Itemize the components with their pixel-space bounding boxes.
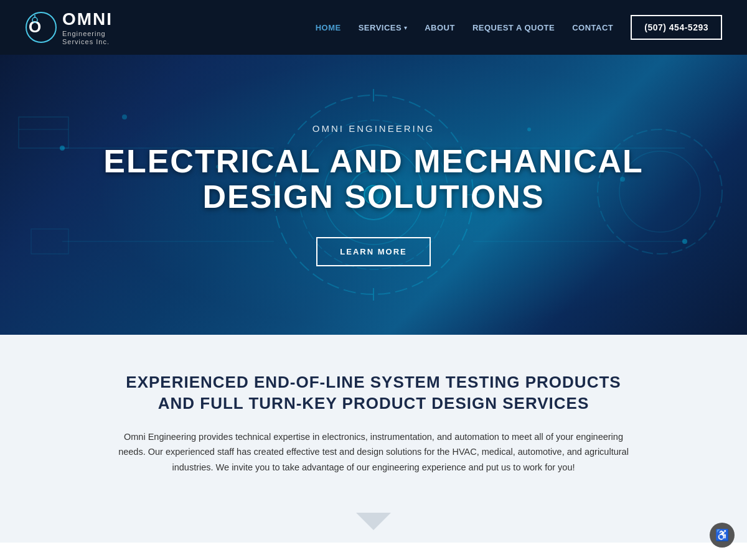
services-section: Test Solutions Our testing features simp…	[0, 543, 747, 560]
logo-icon: O	[25, 11, 57, 44]
hero-content: OMNI ENGINEERING ELECTRICAL AND MECHANIC…	[62, 123, 685, 266]
hero-subtitle: OMNI ENGINEERING	[62, 123, 685, 134]
svg-point-18	[122, 114, 127, 119]
logo[interactable]: O OMNI EngineeringServices Inc.	[25, 9, 113, 46]
down-arrow-icon	[356, 513, 391, 530]
intro-section: EXPERIENCED END-OF-LINE SYSTEM TESTING P…	[0, 335, 747, 513]
arrow-divider	[0, 513, 747, 543]
logo-omni-text: OMNI	[62, 9, 113, 29]
nav-contact[interactable]: CONTACT	[572, 23, 613, 32]
accessibility-button[interactable]: ♿	[710, 523, 735, 548]
nav-services-wrapper[interactable]: SERVICES ▾	[359, 23, 408, 32]
site-header: O OMNI EngineeringServices Inc. HOME SER…	[0, 0, 747, 55]
main-nav: HOME SERVICES ▾ ABOUT REQUEST A QUOTE CO…	[316, 15, 722, 40]
intro-heading: EXPERIENCED END-OF-LINE SYSTEM TESTING P…	[125, 372, 622, 414]
hero-section: OMNI ENGINEERING ELECTRICAL AND MECHANIC…	[0, 55, 747, 335]
logo-engineering-text: EngineeringServices Inc.	[62, 30, 113, 46]
nav-about[interactable]: ABOUT	[425, 23, 455, 32]
svg-text:O: O	[29, 17, 41, 36]
hero-cta-button[interactable]: LEARN MORE	[316, 237, 430, 266]
nav-home[interactable]: HOME	[316, 23, 341, 32]
svg-rect-25	[19, 117, 68, 148]
intro-body: Omni Engineering provides technical expe…	[118, 429, 629, 475]
phone-button[interactable]: (507) 454-5293	[631, 15, 722, 40]
chevron-down-icon: ▾	[404, 24, 407, 31]
nav-request-quote[interactable]: REQUEST A QUOTE	[472, 23, 555, 32]
hero-title: ELECTRICAL AND MECHANICAL DESIGN SOLUTIO…	[62, 144, 685, 215]
nav-services[interactable]: SERVICES	[359, 23, 402, 32]
